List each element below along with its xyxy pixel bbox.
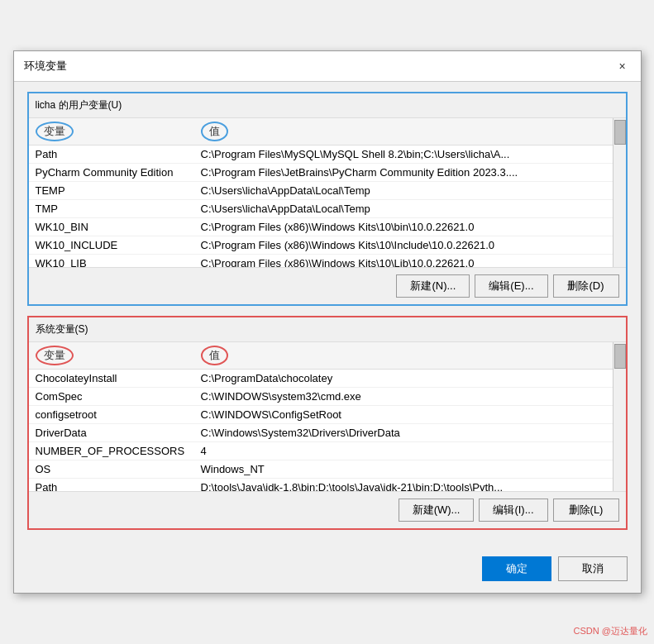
table-row[interactable]: configsetroot C:\WINDOWS\ConfigSetRoot [29,406,626,424]
val-cell: C:\Program Files (x86)\Windows Kits\10\I… [194,236,626,255]
var-cell: WK10_INCLUDE [29,236,194,255]
user-section-title: licha 的用户变量(U) [29,93,626,118]
table-row[interactable]: TEMP C:\Users\licha\AppData\Local\Temp [29,182,626,200]
system-delete-button[interactable]: 删除(L) [553,499,619,522]
ok-button[interactable]: 确定 [482,556,551,581]
system-col-var-header: 变量 [29,342,194,370]
system-table-container: 变量 值 ChocolateyInstall C:\ProgramData\ch… [29,342,626,491]
table-row[interactable]: Path C:\Program Files\MySQL\MySQL Shell … [29,145,626,164]
table-row[interactable]: DriverData C:\Windows\System32\Drivers\D… [29,424,626,442]
var-cell: OS [29,460,194,479]
var-cell: ChocolateyInstall [29,370,194,388]
table-row[interactable]: ChocolateyInstall C:\ProgramData\chocola… [29,370,626,388]
user-var-circle: 变量 [36,122,74,141]
title-bar: 环境变量 × [14,51,641,82]
var-cell: configsetroot [29,406,194,424]
table-row[interactable]: WK10_LIB C:\Program Files (x86)\Windows … [29,255,626,268]
val-cell: C:\Program Files (x86)\Windows Kits\10\b… [194,218,626,236]
user-col-val-header: 值 [194,118,626,145]
val-cell: Windows_NT [194,460,626,479]
val-cell: C:\Windows\System32\Drivers\DriverData [194,424,626,442]
var-cell: WK10_BIN [29,218,194,236]
system-scrollbar[interactable] [613,342,626,491]
user-section-buttons: 新建(N)... 编辑(E)... 删除(D) [29,267,626,304]
cancel-button[interactable]: 取消 [558,556,628,581]
table-row[interactable]: ComSpec C:\WINDOWS\system32\cmd.exe [29,388,626,406]
system-table: 变量 值 ChocolateyInstall C:\ProgramData\ch… [29,342,626,491]
table-row[interactable]: NUMBER_OF_PROCESSORS 4 [29,442,626,460]
var-cell: WK10_LIB [29,255,194,268]
system-variables-section: 系统变量(S) 变量 值 Cho [27,316,628,530]
dialog: 环境变量 × licha 的用户变量(U) 变量 值 [13,50,642,594]
val-cell: D:\tools\Java\jdk-1.8\bin;D:\tools\Java\… [194,479,626,492]
var-cell: TMP [29,200,194,218]
val-cell: C:\WINDOWS\ConfigSetRoot [194,406,626,424]
system-val-circle: 值 [201,346,228,365]
val-cell: C:\Users\licha\AppData\Local\Temp [194,182,626,200]
dialog-footer: 确定 取消 [14,550,641,593]
var-cell: DriverData [29,424,194,442]
system-var-circle: 变量 [36,346,74,365]
val-cell: C:\Program Files\MySQL\MySQL Shell 8.2\b… [194,145,626,164]
system-scrollbar-thumb [614,344,626,369]
var-cell: Path [29,145,194,164]
table-row[interactable]: WK10_BIN C:\Program Files (x86)\Windows … [29,218,626,236]
user-table-container: 变量 值 Path C:\Program Files\MySQL\MySQL S… [29,118,626,267]
table-row[interactable]: WK10_INCLUDE C:\Program Files (x86)\Wind… [29,236,626,255]
user-table: 变量 值 Path C:\Program Files\MySQL\MySQL S… [29,118,626,267]
val-cell: C:\ProgramData\chocolatey [194,370,626,388]
val-cell: C:\WINDOWS\system32\cmd.exe [194,388,626,406]
var-cell: PyCharm Community Edition [29,164,194,182]
user-edit-button[interactable]: 编辑(E)... [475,274,547,298]
system-new-button[interactable]: 新建(W)... [399,499,475,522]
user-delete-button[interactable]: 删除(D) [553,274,619,298]
system-section-title: 系统变量(S) [29,317,626,342]
var-cell: NUMBER_OF_PROCESSORS [29,442,194,460]
dialog-body: licha 的用户变量(U) 变量 值 [14,82,641,550]
val-cell: 4 [194,442,626,460]
user-col-var-header: 变量 [29,118,194,145]
dialog-title: 环境变量 [24,59,67,74]
table-row[interactable]: OS Windows_NT [29,460,626,479]
val-cell: C:\Users\licha\AppData\Local\Temp [194,200,626,218]
watermark: CSDN @迈达量化 [574,625,647,637]
val-cell: C:\Program Files\JetBrains\PyCharm Commu… [194,164,626,182]
var-cell: Path [29,479,194,492]
val-cell: C:\Program Files (x86)\Windows Kits\10\L… [194,255,626,268]
user-new-button[interactable]: 新建(N)... [396,274,470,298]
table-row[interactable]: PyCharm Community Edition C:\Program Fil… [29,164,626,182]
system-col-val-header: 值 [194,342,626,370]
user-variables-section: licha 的用户变量(U) 变量 值 [27,92,628,306]
var-cell: TEMP [29,182,194,200]
table-row[interactable]: Path D:\tools\Java\jdk-1.8\bin;D:\tools\… [29,479,626,492]
system-section-buttons: 新建(W)... 编辑(I)... 删除(L) [29,491,626,528]
user-val-circle: 值 [201,122,228,141]
close-button[interactable]: × [614,58,631,74]
var-cell: ComSpec [29,388,194,406]
table-row[interactable]: TMP C:\Users\licha\AppData\Local\Temp [29,200,626,218]
user-scrollbar-thumb [614,120,626,145]
system-edit-button[interactable]: 编辑(I)... [479,499,547,522]
user-scrollbar[interactable] [613,118,626,267]
